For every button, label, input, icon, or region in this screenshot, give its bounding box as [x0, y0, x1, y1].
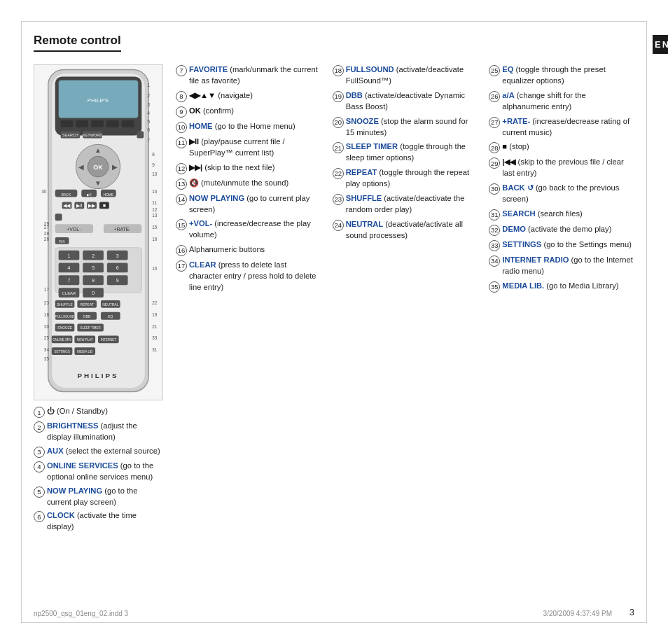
list-item: 27 +RATE- (increase/decrease rating of c… — [489, 116, 634, 139]
item-number: 26 — [489, 91, 500, 102]
list-item: 3 AUX (select the external source) — [34, 446, 163, 458]
item-text: FAVORITE (mark/unmark the current file a… — [189, 64, 321, 87]
list-item: 1 ⏻ (On / Standby) — [34, 406, 163, 418]
item-number: 34 — [489, 255, 500, 267]
item-number: 5 — [34, 486, 45, 498]
item-text: DEMO (activate the demo play) — [502, 224, 634, 235]
item-number: 4 — [34, 461, 45, 472]
item-text: REPEAT (toggle through the repeat play o… — [346, 167, 478, 190]
svg-text:KEYWORD: KEYWORD — [83, 133, 102, 137]
list-item: 26 a/A (change shift for the alphanumeri… — [489, 90, 634, 113]
list-item: 13 🔇 (mute/unmute the sound) — [176, 178, 321, 190]
svg-text:23: 23 — [44, 300, 50, 305]
svg-text:22: 22 — [152, 300, 158, 305]
list-item: 20 SNOOZE (stop the alarm sound for 15 m… — [333, 116, 478, 139]
svg-text:6: 6 — [116, 265, 119, 270]
desc-col-3: 25 EQ (toggle through the preset equaliz… — [489, 64, 634, 536]
item-text: INTERNET RADIO (go to the Internet radio… — [502, 255, 634, 277]
item-text: BRIGHTNESS (adjust the display illuminat… — [47, 421, 163, 443]
item-text: CLEAR (press to delete last character en… — [189, 260, 321, 293]
list-item: 34 INTERNET RADIO (go to the Internet ra… — [489, 255, 634, 277]
svg-text:▶II: ▶II — [76, 203, 83, 208]
svg-text:INTERNET: INTERNET — [101, 338, 116, 342]
svg-text:▼: ▼ — [95, 179, 102, 187]
item-number: 8 — [176, 91, 187, 102]
svg-text:18: 18 — [44, 312, 50, 317]
item-text: ■ (stop) — [502, 141, 634, 153]
list-item: 16 Alphanumeric buttons — [176, 244, 321, 256]
item-text: NEUTRAL (deactivate/activate all sound p… — [346, 219, 478, 241]
svg-text:19: 19 — [152, 312, 158, 317]
footer-right: 3/20/2009 4:37:49 PM — [543, 610, 612, 617]
list-item: 10 HOME (go to the Home menu) — [176, 121, 321, 133]
list-item: 28 ■ (stop) — [489, 141, 634, 153]
svg-text:PHILIPS: PHILIPS — [88, 97, 109, 104]
svg-text:7: 7 — [147, 138, 150, 143]
svg-text:SNOOZE: SNOOZE — [57, 326, 73, 330]
svg-text:BACK: BACK — [62, 193, 71, 197]
list-item: 33 SETTINGS (go to the Settings menu) — [489, 239, 634, 251]
svg-text:R/A: R/A — [59, 240, 65, 244]
desc-col-1: 7 FAVORITE (mark/unmark the current file… — [176, 64, 321, 536]
svg-text:28: 28 — [44, 231, 50, 236]
item-text: ⏻ (On / Standby) — [47, 406, 163, 417]
svg-text:REPEAT: REPEAT — [80, 303, 93, 307]
svg-text:10: 10 — [152, 189, 158, 194]
svg-text:4: 4 — [147, 111, 150, 115]
svg-text:3: 3 — [147, 102, 150, 107]
remote-image: 1 2 3 4 5 6 7 PHILIPS — [34, 64, 163, 400]
item-number: 10 — [176, 122, 187, 133]
item-text: +VOL- (increase/decrease the play volume… — [189, 218, 321, 241]
svg-rect-16 — [122, 120, 134, 127]
item-number: 29 — [489, 158, 500, 169]
svg-text:NEUTRAL: NEUTRAL — [102, 303, 118, 307]
svg-text:34: 34 — [44, 347, 50, 352]
item-number: 7 — [176, 65, 187, 76]
svg-text:7: 7 — [68, 278, 71, 283]
svg-text:16: 16 — [152, 266, 158, 271]
svg-text:30: 30 — [41, 189, 47, 194]
item-number: 25 — [489, 65, 500, 76]
svg-text:10: 10 — [152, 172, 158, 176]
item-number: 12 — [176, 163, 187, 174]
svg-text:12: 12 — [152, 207, 158, 212]
item-text: FULLSOUND (activate/deactivate FullSound… — [346, 64, 478, 87]
svg-rect-50 — [55, 214, 62, 220]
language-label: EN — [655, 39, 668, 50]
svg-text:2: 2 — [92, 253, 95, 258]
item-number: 1 — [34, 407, 45, 418]
item-number: 27 — [489, 117, 500, 128]
item-text: MEDIA LIB. (go to Media Library) — [502, 281, 634, 292]
item-text: BACK ↺ (go back to the previous screen) — [502, 183, 634, 205]
svg-text:17: 17 — [44, 287, 50, 292]
svg-text:31: 31 — [152, 347, 158, 352]
item-number: 22 — [333, 168, 344, 179]
list-item: 29 |◀◀ (skip to the previous file / clea… — [489, 157, 634, 179]
svg-text:8: 8 — [152, 152, 155, 157]
item-number: 14 — [176, 194, 187, 205]
item-number: 15 — [176, 219, 187, 230]
list-item: 9 OK (confirm) — [176, 106, 321, 118]
item-text: EQ (toggle through the preset equalizer … — [502, 64, 634, 87]
svg-text:26: 26 — [44, 237, 50, 241]
item-text: |◀◀ (skip to the previous file / clear l… — [502, 157, 634, 179]
item-text: ◀▶▲▼ (navigate) — [189, 90, 321, 102]
list-item: 6 CLOCK (activate the time display) — [34, 510, 163, 533]
svg-text:21: 21 — [152, 324, 158, 329]
svg-text:1: 1 — [147, 83, 150, 88]
svg-rect-15 — [106, 120, 119, 127]
svg-text:13: 13 — [152, 213, 158, 218]
svg-text:▶▶: ▶▶ — [88, 203, 96, 208]
list-item: 15 +VOL- (increase/decrease the play vol… — [176, 218, 321, 241]
item-number: 2 — [34, 421, 45, 433]
svg-text:8: 8 — [92, 278, 95, 283]
list-item: 35 MEDIA LIB. (go to Media Library) — [489, 281, 634, 293]
item-number: 32 — [489, 225, 500, 236]
item-text: SHUFFLE (activate/deactivate the random … — [346, 193, 478, 216]
list-item: 24 NEUTRAL (deactivate/activate all soun… — [333, 219, 478, 241]
item-number: 6 — [34, 511, 45, 522]
item-number: 18 — [333, 65, 344, 76]
svg-text:5: 5 — [147, 119, 150, 124]
item-text: Alphanumeric buttons — [189, 244, 321, 255]
item-number: 13 — [176, 178, 187, 190]
